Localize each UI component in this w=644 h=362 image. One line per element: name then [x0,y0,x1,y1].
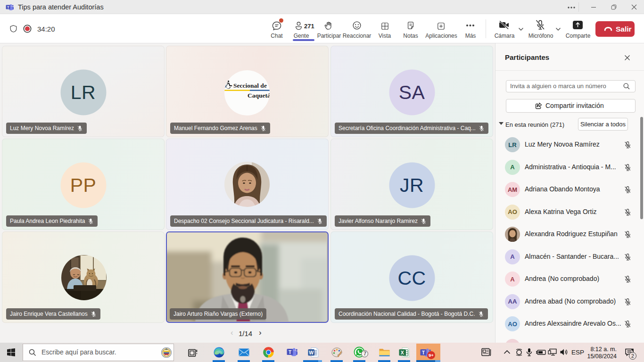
svg-text:T: T [422,350,425,355]
svg-text:j: j [224,82,226,88]
svg-text:T: T [289,350,291,355]
svg-text:Caquetá: Caquetá [248,92,270,99]
svg-text:Seccional de: Seccional de [233,82,267,89]
svg-text:T: T [7,5,9,9]
svg-text:W: W [309,350,314,355]
svg-text:X: X [401,350,404,355]
